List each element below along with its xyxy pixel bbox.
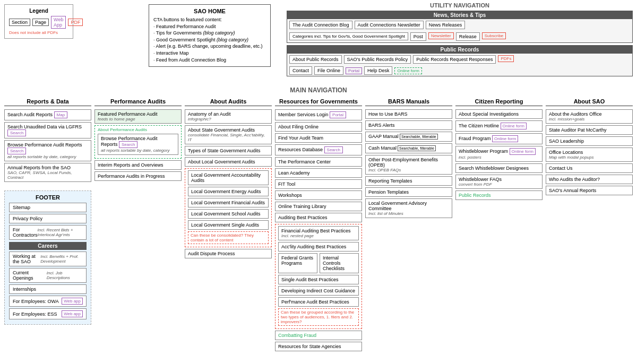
federal-grants[interactable]: Federal Grants Programs <box>278 253 317 273</box>
openings-note: Incl. Job Descriptions <box>47 271 83 280</box>
for-contractors-item[interactable]: For Contractors Incl. Recent Bids + Inte… <box>9 225 87 240</box>
categories-note: Categories incl. Tips for Gov'ts, Good G… <box>289 32 408 40</box>
sao-leadership[interactable]: SAO Leadership <box>546 136 633 146</box>
whistleblower-program[interactable]: Whistleblower Program Online formincl. p… <box>455 146 543 162</box>
office-locations[interactable]: Office LocationsMap with modal popups <box>546 148 633 162</box>
interim-reports[interactable]: Interim Reports and Overviews <box>94 160 182 170</box>
pa-in-progress[interactable]: Performance Audits in Progress <box>94 171 182 181</box>
public-records-request[interactable]: Public Records Request Responses <box>413 55 496 64</box>
best-practices-dashed: Financial Auditing Best PracticesIncl. n… <box>275 224 362 329</box>
about-filing-online[interactable]: About Filing Online <box>275 122 362 132</box>
lgca[interactable]: Local Government Accountability Audits <box>188 170 269 185</box>
state-auditor[interactable]: State Auditor Pat McCarthy <box>546 125 633 135</box>
legend-box: Legend Section Page Web App PDF Does not… <box>4 4 73 39</box>
fraud-program[interactable]: Fraud Program Online form <box>455 133 543 144</box>
contact-us[interactable]: Contact Us <box>546 163 633 173</box>
file-online-item[interactable]: File Online <box>314 66 343 75</box>
lgfa[interactable]: Local Government Financial Audits <box>188 198 269 207</box>
anatomy-of-audit[interactable]: Anatomy of an Auditinfographic? <box>185 109 272 124</box>
pension-templates[interactable]: Pension Templates <box>365 187 452 197</box>
lean-academy[interactable]: Lean Academy <box>275 168 362 178</box>
lgac-note: Incl. list of Minutes <box>368 211 449 216</box>
audit-dispute[interactable]: Audit Dispute Process <box>185 249 272 258</box>
perf-audit-bp[interactable]: Perf'mance Audit Best Practices <box>278 297 359 307</box>
help-desk-item[interactable]: Help Desk <box>364 66 393 75</box>
opeb[interactable]: Other Post-Employment Benefits (OPEB)Inc… <box>365 155 452 175</box>
office-note: Map with modal popups <box>549 155 630 160</box>
lgea[interactable]: Local Government Energy Audits <box>188 187 269 196</box>
resources-state-agencies[interactable]: Resources for State Agencies <box>275 342 362 351</box>
combatting-fraud[interactable]: Combatting Fraud <box>275 331 362 340</box>
acclity-auditing-bp[interactable]: Acc'lity Auditing Best Practices <box>278 242 359 252</box>
col-title-about-sao: About SAO <box>546 98 633 106</box>
news-row: The Audit Connection Blog Audit Connecti… <box>287 19 632 31</box>
bars-alerts[interactable]: BARS Alerts <box>365 120 452 130</box>
sao-public-records-policy[interactable]: SAO's Public Records Policy <box>344 55 411 64</box>
online-training-library[interactable]: Online Training Library <box>275 202 362 211</box>
sao-home-line-6: · Interactive Map <box>153 50 266 57</box>
auditing-best-practices[interactable]: Auditing Best Practices <box>275 213 362 222</box>
who-audits-auditor[interactable]: Who Audits the Auditor? <box>546 175 633 184</box>
featured-note: feeds to home page <box>98 117 178 122</box>
lgsa[interactable]: Local Government School Audits <box>188 209 269 219</box>
about-local-gov-audits[interactable]: About Local Government Audits <box>185 157 272 167</box>
performance-center[interactable]: The Performance Center <box>275 157 362 167</box>
gaap-manual[interactable]: GAAP ManualSearchable, filterable <box>365 132 452 142</box>
browse-pa-note: all reports sortable by date, category <box>101 148 175 153</box>
cash-manual[interactable]: Cash ManualSearchable, filterable <box>365 143 452 153</box>
sitemap-item[interactable]: Sitemap <box>9 203 87 212</box>
sao-annual-reports[interactable]: SAO's Annual Reports <box>546 186 633 195</box>
public-records-cr[interactable]: Public Records <box>455 190 543 200</box>
contact-item[interactable]: Contact <box>289 66 312 75</box>
audit-connection-blog[interactable]: The Audit Connection Blog <box>289 21 352 29</box>
for-employees-owa[interactable]: For Employees: OWA Web app <box>9 296 87 307</box>
sao-home-line-4: · Good Government Spotlight (blog catego… <box>153 37 266 44</box>
about-performance-audits[interactable]: About Performance Audits Browse Performa… <box>94 125 182 159</box>
member-services-login[interactable]: Member Services Login Portal <box>275 109 362 120</box>
subscribe-badge[interactable]: Subscribe <box>482 32 506 39</box>
lgsinga[interactable]: Local Government Single Audits <box>188 220 269 230</box>
current-openings[interactable]: Current Openings Incl. Job Descriptions <box>9 268 87 283</box>
search-wb-designees[interactable]: Search Whistleblower Designees <box>455 163 543 173</box>
annual-reports[interactable]: Annual Reports from the SAO SAO, CAFR, S… <box>4 163 91 182</box>
news-releases[interactable]: News Releases <box>426 21 466 29</box>
internships[interactable]: Internships <box>9 284 87 294</box>
featured-performance-audit[interactable]: Featured Performance Audit feeds to home… <box>94 109 182 124</box>
browse-performance-audit-reports[interactable]: Browse Performance Audit Reports Search … <box>4 140 91 161</box>
single-audit-bp[interactable]: Single Audit Best Practices <box>278 275 359 284</box>
types-state-gov-audits[interactable]: Types of State Government Audits <box>185 146 272 155</box>
find-your-audit-team[interactable]: Find Your Audit Team <box>275 133 362 143</box>
how-to-use-bars[interactable]: How to Use BARS <box>365 109 452 119</box>
fit-tool[interactable]: FIT Tool <box>275 179 362 189</box>
newsletter-badge[interactable]: Newsletter <box>428 32 454 39</box>
browse-pa-sub[interactable]: Browse Performance Audit Reports Search … <box>98 134 178 155</box>
about-state-gov-audits[interactable]: About State Government Auditsconsolidate… <box>185 125 272 144</box>
reporting-templates[interactable]: Reporting Templates <box>365 176 452 186</box>
financial-auditing-bp[interactable]: Financial Auditing Best PracticesIncl. n… <box>278 226 359 240</box>
about-special-investigations[interactable]: About Special Investigations <box>455 109 543 119</box>
utility-nav-title: UTILITY NAVIGATION <box>287 2 633 8</box>
release-item[interactable]: Release <box>456 32 480 41</box>
internal-controls[interactable]: Internal Controls Checklists <box>320 253 359 273</box>
searchable-badge-2: Searchable, filterable <box>398 145 436 151</box>
resources-database[interactable]: Resources Database Search <box>275 144 362 155</box>
workshops[interactable]: Workshops <box>275 190 362 200</box>
opeb-note: Incl. OPEB FAQs <box>368 168 449 172</box>
wb-faqs[interactable]: Whistleblower FAQsconvert from PDF <box>455 175 543 189</box>
search-badge-2: Search <box>7 148 26 154</box>
audit-connections-newsletter[interactable]: Audit Connections Newsletter <box>355 21 424 29</box>
annual-note: SAO, CAFR, SWSA, Local Funds, Contract <box>7 170 88 180</box>
about-public-records[interactable]: About Public Records <box>289 55 342 64</box>
working-at-sao[interactable]: Working at the SAO Incl. Benefits + Prof… <box>9 252 87 266</box>
citizen-hotline[interactable]: The Citizen Hotline Online form <box>455 120 543 132</box>
post-item[interactable]: Post <box>410 32 426 41</box>
lgac[interactable]: Local Government Advisory CommitteeIncl.… <box>365 198 452 218</box>
search-badge-pa: Search <box>119 141 137 148</box>
search-unaudited-data[interactable]: Search Unaudited Data via LGFRS Search <box>4 122 91 138</box>
indirect-cost[interactable]: Developing Indirect Cost Guidance <box>278 286 359 296</box>
col-title-citizen: Citizen Reporting <box>455 98 543 106</box>
privacy-policy-item[interactable]: Privacy Policy <box>9 214 87 223</box>
about-auditors-office[interactable]: About the Auditors Officeincl. mission+g… <box>546 109 633 124</box>
for-employees-ess[interactable]: For Employees: ESS Web app <box>9 308 87 319</box>
search-audit-reports[interactable]: Search Audit Reports Map <box>4 109 91 120</box>
